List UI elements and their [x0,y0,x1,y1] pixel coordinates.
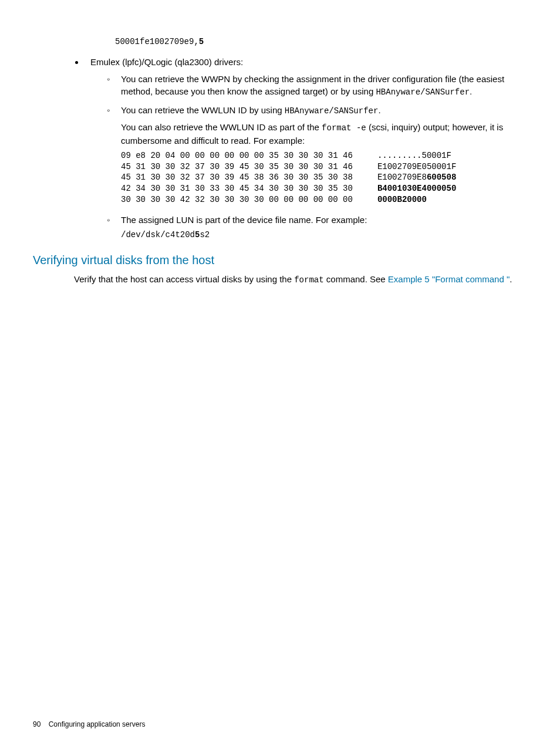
inline-code: HBAnyware/SANSurfer [376,87,470,97]
section-paragraph: Verify that the host can access virtual … [74,273,525,286]
code-text: s2 [200,230,210,239]
inline-code: HBAnyware/SANSurfer [285,106,379,116]
inline-code: format -e [322,123,366,133]
list-item: You can retrieve the WWLUN ID by using H… [107,104,525,205]
hex-right-bold: 600508 [427,173,456,182]
example-link[interactable]: Example 5 "Format command " [388,274,510,284]
code-text-bold: 5 [199,37,204,46]
body-text: . [470,86,472,96]
hex-dump-block: 09 e8 20 04 00 00 00 00 00 00 35 30 30 3… [121,150,525,205]
hex-right-bold: B4001030E4000050 [377,184,456,193]
document-page: 50001fe1002709e9,5 Emulex (lpfc)/QLogic … [0,0,560,746]
section-heading: Verifying virtual disks from the host [33,252,525,268]
code-snippet-top: 50001fe1002709e9,5 [115,36,525,48]
hex-right-bold: 0000B20000 [377,195,427,204]
hex-right: .........50001F [377,151,451,160]
bullet-list: Emulex (lpfc)/QLogic (qla2300) drivers: … [85,56,525,241]
hex-right: E1002709E050001F [377,162,456,171]
body-text: . [510,274,512,284]
footer-chapter: Configuring application servers [49,720,146,728]
hex-left: 30 30 30 30 42 32 30 30 30 30 00 00 00 0… [121,195,353,204]
body-text: You can also retrieve the WWLUN ID as pa… [121,122,322,132]
body-text: . [378,105,380,115]
hex-left: 45 31 30 30 32 37 30 39 45 30 35 30 30 3… [121,162,353,171]
code-text: 50001fe1002709e9, [115,37,199,46]
code-text: /dev/dsk/c4t20d [121,230,195,239]
body-text: You can retrieve the WWLUN ID by using [121,105,285,115]
body-text: command. See [324,274,388,284]
page-footer: 90 Configuring application servers [33,720,145,730]
page-number: 90 [33,720,41,728]
hex-right: E1002709E8 [377,173,427,182]
body-text: Verify that the host can access virtual … [74,274,294,284]
inline-code: /dev/dsk/c4t20d5s2 [121,229,525,241]
hex-left: 42 34 30 30 31 30 33 30 45 34 30 30 30 3… [121,184,353,193]
list-item: You can retrieve the WWPN by checking th… [107,73,525,99]
list-item: The assigned LUN is part of the device f… [107,214,525,241]
body-text: The assigned LUN is part of the device f… [121,214,525,226]
inline-code: format [294,275,323,285]
list-item: Emulex (lpfc)/QLogic (qla2300) drivers: … [85,56,525,241]
list-item-text: Emulex (lpfc)/QLogic (qla2300) drivers: [90,57,243,67]
sub-bullet-list: You can retrieve the WWPN by checking th… [107,73,525,241]
hex-left: 09 e8 20 04 00 00 00 00 00 00 35 30 30 3… [121,151,353,160]
hex-left: 45 31 30 30 32 37 30 39 45 38 36 30 30 3… [121,173,353,182]
